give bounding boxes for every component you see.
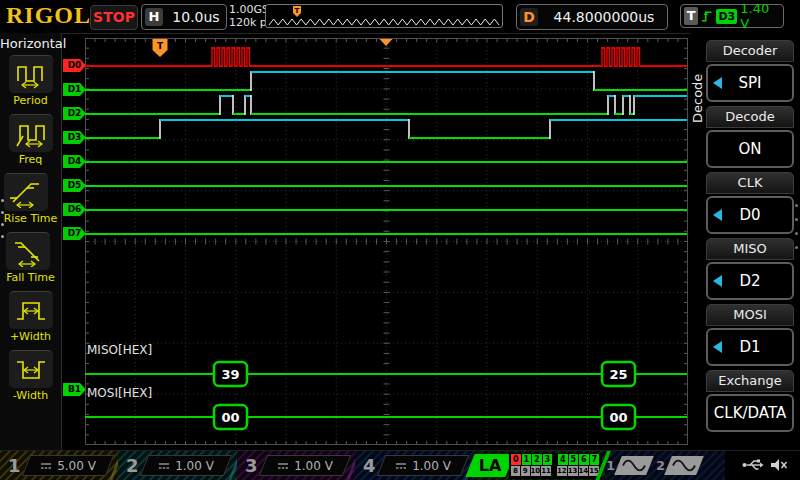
softkey-exchange[interactable]: ExchangeCLK/DATA bbox=[706, 370, 794, 432]
sidebar-title: Horizontal bbox=[0, 36, 61, 51]
sine-wave-icon bbox=[622, 459, 646, 472]
sidebar-item-label: Freq bbox=[9, 153, 53, 166]
softkey-value[interactable]: SPI bbox=[706, 64, 794, 102]
left-arrow-icon bbox=[713, 275, 722, 287]
bit-2: 2 bbox=[532, 454, 542, 465]
softkey-value[interactable]: D2 bbox=[706, 262, 794, 300]
trigger-position-marker[interactable]: T bbox=[153, 39, 168, 57]
dc-coupling-icon bbox=[277, 462, 289, 470]
waveform-overview-bar[interactable]: T bbox=[265, 4, 503, 28]
bit-5: 5 bbox=[569, 454, 579, 465]
sidebar-item-rise-time[interactable]: Rise Time bbox=[4, 173, 58, 225]
bit-12: 12 bbox=[557, 466, 567, 476]
horizontal-timebase-box[interactable]: H 10.0us bbox=[141, 4, 227, 30]
channel-block-2[interactable]: 21.00 V bbox=[118, 451, 237, 480]
svg-text:25: 25 bbox=[609, 367, 627, 382]
bit-6: 6 bbox=[579, 454, 589, 465]
channel-scale-value: 1.00 V bbox=[294, 459, 333, 473]
sidebar-item-label: +Width bbox=[9, 330, 53, 343]
channel-status-bar: 15.00 V21.00 V31.00 V41.00 VLA0123456789… bbox=[0, 450, 800, 480]
softkey-value-label: CLK/DATA bbox=[714, 404, 786, 422]
channel-scale-box[interactable]: 1.00 V bbox=[377, 455, 469, 476]
overview-waveform-icon: T bbox=[266, 5, 502, 27]
channel-tag-D2[interactable]: D2 bbox=[63, 107, 86, 120]
svg-text:00: 00 bbox=[609, 410, 627, 425]
bus-tag-B1[interactable]: B1 bbox=[63, 383, 86, 396]
softkey-value[interactable]: CLK/DATA bbox=[706, 394, 794, 432]
channel-scale-box[interactable]: 1.00 V bbox=[140, 455, 232, 476]
softkey-clk[interactable]: CLKD0 bbox=[706, 172, 794, 234]
softkey-value[interactable]: D1 bbox=[706, 328, 794, 366]
delay-readout-box[interactable]: D 44.8000000us bbox=[516, 4, 668, 30]
bit-4: 4 bbox=[558, 454, 568, 465]
svg-text:MISO[HEX]: MISO[HEX] bbox=[87, 343, 152, 357]
trigger-readout-box[interactable]: T D3 1.40 V bbox=[680, 4, 784, 28]
bit-9: 9 bbox=[521, 466, 530, 476]
speaker-muted-icon[interactable] bbox=[770, 457, 788, 473]
channel-tag-D0[interactable]: D0 bbox=[63, 59, 86, 72]
channel-tag-D3[interactable]: D3 bbox=[63, 131, 86, 144]
svg-text:MOSI[HEX]: MOSI[HEX] bbox=[87, 386, 152, 400]
decode-menu-tab[interactable]: Decode bbox=[690, 43, 707, 153]
delay-value: 44.8000000us bbox=[541, 9, 667, 25]
waveform-display: MISO[HEX]3925MOSI[HEX]0000T bbox=[85, 38, 688, 445]
softkey-value[interactable]: ON bbox=[706, 130, 794, 168]
softkey-value[interactable]: D0 bbox=[706, 196, 794, 234]
channel-tag-D5[interactable]: D5 bbox=[63, 179, 86, 192]
channel-tag-D6[interactable]: D6 bbox=[63, 203, 86, 216]
thumb-trigger-flag-icon: T bbox=[293, 6, 301, 17]
channel-number: 4 bbox=[363, 455, 376, 476]
page-indicator-dots bbox=[1, 190, 4, 247]
left-arrow-icon bbox=[713, 209, 722, 221]
softkey-value-label: SPI bbox=[739, 74, 762, 92]
channel-tag-D4[interactable]: D4 bbox=[63, 155, 86, 168]
sidebar-item-label: Fall Time bbox=[6, 271, 55, 284]
left-arrow-icon bbox=[713, 341, 722, 353]
la-block[interactable]: LA bbox=[465, 454, 514, 477]
top-status-bar: RIGOL STOP H 10.0us 1.00GSa/s 120k pts T… bbox=[0, 0, 800, 34]
channel-block-3[interactable]: 31.00 V bbox=[237, 451, 355, 480]
horizontal-center-marker bbox=[380, 39, 393, 46]
softkey-miso[interactable]: MISOD2 bbox=[706, 238, 794, 300]
softkey-value-label: D2 bbox=[739, 272, 760, 290]
channel-block-4[interactable]: 41.00 V bbox=[355, 451, 473, 480]
channel-tag-D7[interactable]: D7 bbox=[63, 227, 86, 240]
channel-block-1[interactable]: 15.00 V bbox=[0, 451, 118, 480]
svg-text:39: 39 bbox=[221, 367, 239, 382]
bit-11: 11 bbox=[541, 466, 551, 476]
digital-bits-status: 0123456789101112131415 bbox=[509, 453, 602, 479]
channel-scale-box[interactable]: 5.00 V bbox=[22, 455, 114, 476]
fall-time-icon bbox=[6, 232, 50, 270]
sidebar-item-period[interactable]: Period bbox=[9, 55, 53, 107]
horizontal-label: H bbox=[145, 8, 163, 26]
sine-wave-icon bbox=[672, 459, 696, 472]
bit-1: 1 bbox=[522, 454, 532, 465]
freq-icon bbox=[9, 114, 53, 152]
source-slot-number: 2 bbox=[656, 458, 665, 473]
channel-scale-value: 5.00 V bbox=[57, 459, 96, 473]
softkey-decoder[interactable]: DecoderSPI bbox=[706, 40, 794, 102]
sidebar-item--width[interactable]: +Width bbox=[9, 291, 53, 343]
softkey-mosi[interactable]: MOSID1 bbox=[706, 304, 794, 366]
trigger-label: T bbox=[684, 7, 698, 25]
source-slot-number: 1 bbox=[606, 458, 615, 473]
run-state-indicator[interactable]: STOP bbox=[90, 5, 138, 30]
trigger-level: 1.40 V bbox=[740, 1, 780, 31]
channel-tag-D1[interactable]: D1 bbox=[63, 83, 86, 96]
left-arrow-icon bbox=[713, 77, 722, 89]
rigol-logo: RIGOL bbox=[6, 2, 91, 29]
minus-width-icon bbox=[9, 350, 53, 388]
sidebar-item-label: Rise Time bbox=[4, 212, 58, 225]
softkey-decode[interactable]: DecodeON bbox=[706, 106, 794, 168]
sidebar-item-fall-time[interactable]: Fall Time bbox=[6, 232, 55, 284]
sidebar-item-freq[interactable]: Freq bbox=[9, 114, 53, 166]
bit-7: 7 bbox=[590, 454, 600, 465]
softkey-header: MOSI bbox=[706, 304, 794, 326]
channel-scale-box[interactable]: 1.00 V bbox=[259, 455, 351, 476]
softkey-value-label: D0 bbox=[739, 206, 760, 224]
channel-number: 3 bbox=[245, 455, 258, 476]
softkey-header: CLK bbox=[706, 172, 794, 194]
sidebar-item--width[interactable]: -Width bbox=[9, 350, 53, 402]
delay-label: D bbox=[520, 8, 538, 26]
period-icon bbox=[9, 55, 53, 93]
